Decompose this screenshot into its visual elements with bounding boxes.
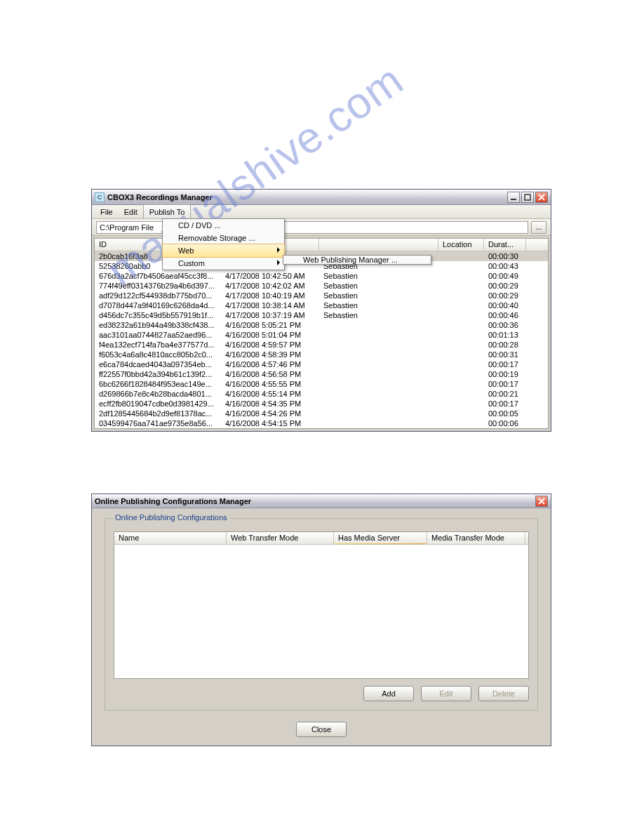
column-header-author[interactable] (319, 239, 438, 251)
group-legend: Online Publishing Configurations (112, 513, 230, 522)
column-header-duration[interactable]: Durat... (484, 239, 526, 251)
table-row[interactable]: 034599476aa741ae9735e8a56...4/16/2008 4:… (95, 418, 548, 428)
menu-edit[interactable]: Edit (119, 205, 143, 218)
cell-author (319, 389, 438, 399)
edit-button[interactable]: Edit (421, 686, 471, 701)
cell-location (438, 418, 484, 428)
cell-duration: 00:00:21 (484, 389, 526, 399)
cell-date: 4/17/2008 10:37:19 AM (221, 310, 319, 320)
close-bar: Close (92, 716, 551, 746)
table-row[interactable]: ecff2fb8019047cdbe0d3981429...4/16/2008 … (95, 399, 548, 409)
recordings-manager-window: C CBOX3 Recordings Manager File Edit Pub… (91, 189, 551, 432)
table-row[interactable]: 676d3a2acf7b4506aeaf45cc3f8...4/17/2008 … (95, 271, 548, 281)
column-header-web-transfer-mode[interactable]: Web Transfer Mode (227, 532, 334, 544)
configurations-list[interactable]: Name Web Transfer Mode Has Media Server … (114, 531, 529, 679)
cell-location (438, 359, 484, 369)
cell-id: e6ca784dcaed4043a097354eb... (95, 359, 221, 369)
list-header: Name Web Transfer Mode Has Media Server … (114, 532, 528, 545)
browse-button[interactable]: ... (531, 221, 546, 234)
table-row[interactable]: 2df1285445684b2d9ef81378ac...4/16/2008 4… (95, 409, 548, 418)
cell-location (438, 340, 484, 350)
cell-author (319, 369, 438, 379)
path-input[interactable]: C:\Program File (96, 221, 528, 234)
cell-duration: 00:00:05 (484, 409, 526, 418)
close-button[interactable] (535, 496, 548, 507)
table-row[interactable]: f6053c4a6a8c4810acc805b2c0...4/16/2008 4… (95, 350, 548, 359)
table-row[interactable]: d7078d447a9f40169c6268da4d...4/17/2008 1… (95, 300, 548, 310)
table-row[interactable]: 774f49eff0314376b29a4b6d397...4/17/2008 … (95, 281, 548, 291)
cell-location (438, 310, 484, 320)
titlebar: Online Publishing Configurations Manager (92, 494, 551, 508)
path-left-text: C:\Program File (100, 223, 154, 232)
cell-duration: 00:00:19 (484, 369, 526, 379)
cell-date: 4/16/2008 4:55:14 PM (221, 389, 319, 399)
cell-location (438, 399, 484, 409)
cell-id: aac3101aa0744827aa52aed96... (95, 330, 221, 340)
column-header-has-media-server[interactable]: Has Media Server (334, 532, 427, 544)
add-button[interactable]: Add (363, 686, 414, 701)
column-header-media-transfer-mode[interactable]: Media Transfer Mode (427, 532, 525, 544)
column-header-name[interactable]: Name (114, 532, 227, 544)
cell-duration: 00:00:46 (484, 310, 526, 320)
cell-duration: 00:00:17 (484, 399, 526, 409)
cell-author (319, 359, 438, 369)
cell-author (319, 379, 438, 389)
submenu-arrow-icon (277, 260, 280, 265)
cell-date: 4/17/2008 10:40:19 AM (221, 291, 319, 300)
menu-item-web-label: Web (178, 246, 194, 255)
close-button[interactable] (535, 192, 548, 203)
menubar: File Edit Publish To (92, 205, 551, 219)
cell-id: 676d3a2acf7b4506aeaf45cc3f8... (95, 271, 221, 281)
table-row[interactable]: e6ca784dcaed4043a097354eb...4/16/2008 4:… (95, 359, 548, 369)
cell-date: 4/16/2008 4:55:55 PM (221, 379, 319, 389)
minimize-button[interactable] (507, 192, 520, 203)
table-row[interactable]: adf29d122cf544938db775bd70...4/17/2008 1… (95, 291, 548, 300)
cell-date: 4/16/2008 4:56:58 PM (221, 369, 319, 379)
cell-date: 4/16/2008 4:54:35 PM (221, 399, 319, 409)
cell-duration: 00:00:29 (484, 281, 526, 291)
table-row[interactable]: 6bc6266f1828484f953eac149e...4/16/2008 4… (95, 379, 548, 389)
window-title: Online Publishing Configurations Manager (95, 497, 534, 505)
table-row[interactable]: aac3101aa0744827aa52aed96...4/16/2008 5:… (95, 330, 548, 340)
cell-location (438, 261, 484, 271)
menu-item-removable-storage[interactable]: Removable Storage ... (163, 232, 284, 244)
cell-location (438, 320, 484, 330)
button-row: Add Edit Delete (114, 686, 529, 701)
menu-item-custom[interactable]: Custom (163, 257, 284, 270)
cell-duration: 00:00:30 (484, 251, 526, 261)
cell-duration: 00:00:40 (484, 300, 526, 310)
table-row[interactable]: d456dc7c355c49d5b557919b1f...4/17/2008 1… (95, 310, 548, 320)
cell-date: 4/17/2008 10:38:14 AM (221, 300, 319, 310)
cell-author: Sebastien (319, 300, 438, 310)
menu-item-cd-dvd[interactable]: CD / DVD ... (163, 219, 284, 232)
cell-location (438, 389, 484, 399)
publishing-config-window: Online Publishing Configurations Manager… (91, 494, 551, 746)
menu-file[interactable]: File (95, 205, 119, 218)
cell-author (319, 399, 438, 409)
menu-item-web[interactable]: Web (162, 244, 285, 258)
cell-author: Sebastien (319, 291, 438, 300)
cell-id: d7078d447a9f40169c6268da4d... (95, 300, 221, 310)
cell-location (438, 379, 484, 389)
cell-id: ff22557f0bbd42a394b61c139f2... (95, 369, 221, 379)
maximize-button[interactable] (521, 192, 534, 203)
submenu-arrow-icon (277, 247, 280, 253)
table-row[interactable]: f4ea132ecf714fa7ba4e377577d...4/16/2008 … (95, 340, 548, 350)
cell-author (319, 330, 438, 340)
close-button[interactable]: Close (296, 722, 347, 737)
cell-duration: 00:00:43 (484, 261, 526, 271)
delete-button[interactable]: Delete (478, 686, 529, 701)
cell-id: d456dc7c355c49d5b557919b1f... (95, 310, 221, 320)
cell-duration: 00:00:17 (484, 359, 526, 369)
cell-location (438, 369, 484, 379)
menu-item-web-publishing-manager[interactable]: Web Publishing Manager ... (283, 256, 431, 264)
table-row[interactable]: d269866b7e8c4b28bacda4801...4/16/2008 4:… (95, 389, 548, 399)
column-header-location[interactable]: Location (438, 239, 484, 251)
table-row[interactable]: ed38232a61b944a49b338cf438...4/16/2008 5… (95, 320, 548, 330)
menu-publish-to[interactable]: Publish To (143, 204, 192, 218)
cell-id: f4ea132ecf714fa7ba4e377577d... (95, 340, 221, 350)
cell-duration: 00:00:29 (484, 291, 526, 300)
table-row[interactable]: ff22557f0bbd42a394b61c139f2...4/16/2008 … (95, 369, 548, 379)
cell-location (438, 281, 484, 291)
cell-id: adf29d122cf544938db775bd70... (95, 291, 221, 300)
